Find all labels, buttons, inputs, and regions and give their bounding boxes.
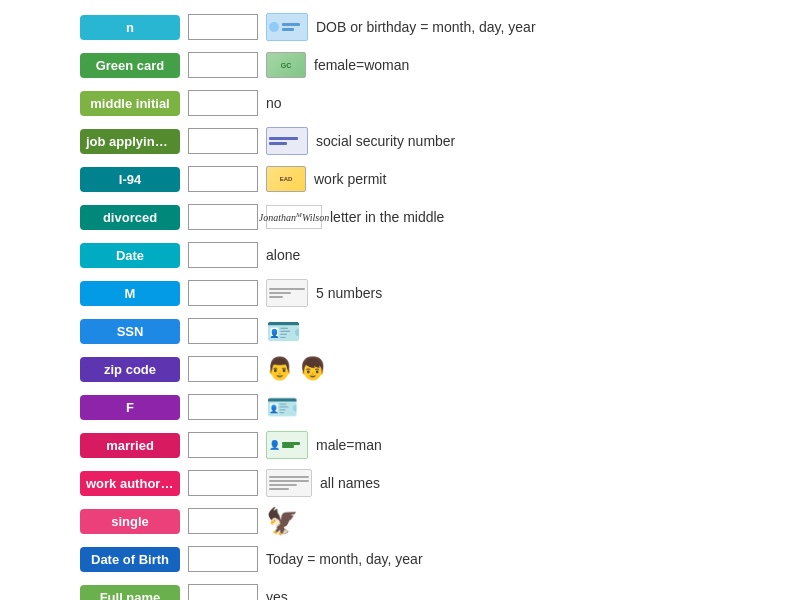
input-row-job[interactable] (188, 128, 258, 154)
label-btn-row-dob[interactable]: Date of Birth (80, 547, 180, 572)
row-row-divorced: divorced JonathanMWilson letter in the m… (80, 200, 720, 234)
label-btn-row-divorced[interactable]: divorced (80, 205, 180, 230)
id-card-emoji-f: 🪪 (266, 392, 298, 423)
answer-area-row-middle-initial: no (266, 95, 720, 111)
input-row-middle-initial[interactable] (188, 90, 258, 116)
label-btn-row-n[interactable]: n (80, 15, 180, 40)
thumb-card-dob (266, 13, 308, 41)
row-row-n: n DOB or birthday = month, day, year (80, 10, 720, 44)
input-row-dob[interactable] (188, 546, 258, 572)
thumb-small-card (266, 279, 308, 307)
answer-text-row-job: social security number (316, 133, 455, 149)
input-row-n[interactable] (188, 14, 258, 40)
main-container: n DOB or birthday = month, day, year Gre… (0, 0, 800, 600)
label-btn-row-middle-initial[interactable]: middle initial (80, 91, 180, 116)
answer-area-row-i94: EAD work permit (266, 166, 720, 192)
answer-text-row-middle-initial: no (266, 95, 282, 111)
thumb-male-card: 👤 (266, 431, 308, 459)
answer-area-row-dob: Today = month, day, year (266, 551, 720, 567)
row-row-full-name: Full name yes (80, 580, 720, 600)
row-row-green-card: Green card GC female=woman (80, 48, 720, 82)
answer-text-row-m: 5 numbers (316, 285, 382, 301)
label-btn-row-job[interactable]: job applying for (80, 129, 180, 154)
input-row-single[interactable] (188, 508, 258, 534)
row-row-dob: Date of Birth Today = month, day, year (80, 542, 720, 576)
label-btn-row-single[interactable]: single (80, 509, 180, 534)
answer-area-row-full-name: yes (266, 589, 720, 600)
input-row-m[interactable] (188, 280, 258, 306)
answer-area-row-green-card: GC female=woman (266, 52, 720, 78)
row-row-job: job applying for social security number (80, 124, 720, 158)
label-btn-row-i94[interactable]: I-94 (80, 167, 180, 192)
label-btn-row-full-name[interactable]: Full name (80, 585, 180, 601)
thumb-list-card (266, 469, 312, 497)
answer-area-row-m: 5 numbers (266, 279, 720, 307)
input-row-full-name[interactable] (188, 584, 258, 600)
input-row-date[interactable] (188, 242, 258, 268)
label-btn-row-ssn[interactable]: SSN (80, 319, 180, 344)
input-row-zip[interactable] (188, 356, 258, 382)
answer-area-row-ssn: 🪪 (266, 315, 720, 348)
answer-area-row-date: alone (266, 247, 720, 263)
answer-area-row-f: 🪪 (266, 392, 720, 423)
row-row-date: Date alone (80, 238, 720, 272)
label-btn-row-date[interactable]: Date (80, 243, 180, 268)
input-row-work-auth[interactable] (188, 470, 258, 496)
label-btn-row-work-auth[interactable]: work authorization (80, 471, 180, 496)
id-card-emoji: 🪪 (266, 315, 301, 348)
label-btn-row-f[interactable]: F (80, 395, 180, 420)
answer-area-row-single: 🦅 (266, 506, 720, 537)
row-row-m: M 5 numbers (80, 276, 720, 310)
input-row-married[interactable] (188, 432, 258, 458)
row-row-single: single 🦅 (80, 504, 720, 538)
row-row-work-auth: work authorization all names (80, 466, 720, 500)
input-row-i94[interactable] (188, 166, 258, 192)
row-row-married: married 👤 male=man (80, 428, 720, 462)
label-btn-row-green-card[interactable]: Green card (80, 53, 180, 78)
answer-area-row-married: 👤 male=man (266, 431, 720, 459)
answer-text-row-divorced: letter in the middle (330, 209, 444, 225)
bird-emoji: 🦅 (266, 506, 298, 537)
thumb-signature: JonathanMWilson (266, 205, 322, 229)
input-row-green-card[interactable] (188, 52, 258, 78)
input-row-divorced[interactable] (188, 204, 258, 230)
answer-text-row-i94: work permit (314, 171, 386, 187)
answer-text-row-married: male=man (316, 437, 382, 453)
answer-text-row-n: DOB or birthday = month, day, year (316, 19, 536, 35)
row-row-zip: zip code 👨 👦 (80, 352, 720, 386)
label-btn-row-zip[interactable]: zip code (80, 357, 180, 382)
row-row-f: F 🪪 (80, 390, 720, 424)
answer-area-row-n: DOB or birthday = month, day, year (266, 13, 720, 41)
answer-area-row-divorced: JonathanMWilson letter in the middle (266, 205, 720, 229)
answer-area-row-work-auth: all names (266, 469, 720, 497)
input-row-ssn[interactable] (188, 318, 258, 344)
answer-text-row-full-name: yes (266, 589, 288, 600)
row-row-i94: I-94 EAD work permit (80, 162, 720, 196)
answer-area-row-zip: 👨 👦 (266, 356, 720, 382)
row-row-middle-initial: middle initial no (80, 86, 720, 120)
thumb-ssn-card (266, 127, 308, 155)
people-emoji: 👨 👦 (266, 356, 326, 382)
answer-text-row-date: alone (266, 247, 300, 263)
thumb-permit: EAD (266, 166, 306, 192)
label-btn-row-m[interactable]: M (80, 281, 180, 306)
answer-area-row-job: social security number (266, 127, 720, 155)
thumb-green-card: GC (266, 52, 306, 78)
answer-text-row-green-card: female=woman (314, 57, 409, 73)
input-row-f[interactable] (188, 394, 258, 420)
label-btn-row-married[interactable]: married (80, 433, 180, 458)
answer-text-row-work-auth: all names (320, 475, 380, 491)
row-row-ssn: SSN 🪪 (80, 314, 720, 348)
answer-text-row-dob: Today = month, day, year (266, 551, 423, 567)
